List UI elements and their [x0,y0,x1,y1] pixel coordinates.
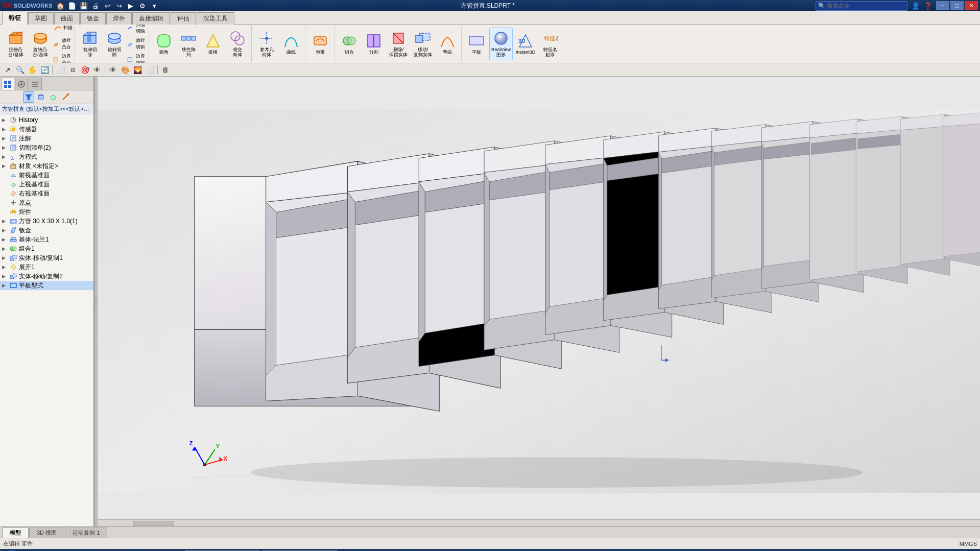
save-btn[interactable]: 💾 [79,1,89,11]
tree-item-sensor[interactable]: ▶ 传感器 [0,125,93,134]
sketch-icon[interactable] [60,91,71,103]
tab-motion1[interactable]: 运动算例 1 [65,528,107,538]
tab-3dview[interactable]: 3D 视图 [29,528,64,538]
zoom-to-fit-btn[interactable]: ↗ [2,64,13,76]
loft-cut-btn[interactable]: 放样切割 [127,36,147,52]
expand-sensor[interactable]: ▶ [2,127,9,132]
expand-combine[interactable]: ▶ [2,246,9,251]
view-display-btn[interactable]: 👁 [91,64,103,76]
expand-material[interactable]: ▶ [2,163,9,169]
tree-item-cutlist[interactable]: ▶ 切割清单(2) [0,143,93,152]
extrude-cut-btn[interactable]: 拉伸切除 [78,28,102,60]
loft-btn[interactable]: 放样凸台 [53,36,73,52]
panel-collapse-btn[interactable]: ◀ [93,292,94,312]
tab-feature[interactable]: 特征 [2,12,28,25]
tree-item-baseflange[interactable]: ▶ 基体-法兰1 [0,235,93,244]
tab-render[interactable]: 渲染工具 [197,12,234,25]
view-orient-btn[interactable]: 🎯 [79,64,90,76]
tab-surface[interactable]: 曲面 [54,12,80,25]
expand-baseflange[interactable]: ▶ [2,237,9,242]
rebuild-btn[interactable]: ▶ [126,1,136,11]
property-mgr-tab[interactable] [15,78,28,90]
tree-item-right-plane[interactable]: ▶ 右视基准面 [0,189,93,198]
curves-btn[interactable]: 曲线 [279,28,303,60]
intersect-btn[interactable]: 相交向体 [226,28,249,60]
tree-item-annotation[interactable]: ▶ 注解 [0,134,93,143]
viewport-scrollbar-h[interactable] [98,519,980,526]
reference-btn[interactable]: 参考几何体 [255,28,278,60]
expand-movecopy1[interactable]: ▶ [2,255,9,260]
zoom-btn[interactable]: 🔍 [14,64,26,76]
tree-item-weldment[interactable]: ▶ 焊件 [0,207,93,217]
tab-model[interactable]: 模型 [2,528,29,538]
tree-item-movecopy2[interactable]: ▶ 实体-移动/复制2 [0,272,93,281]
realview-btn[interactable]: RealView图形 [489,28,513,60]
split-btn[interactable]: 分割 [362,28,386,60]
print-btn[interactable]: 🖨 [90,1,101,11]
tree-item-top-plane[interactable]: ▶ 上视基准面 [0,180,93,189]
display-mode-btn[interactable]: 🖥 [160,64,171,76]
solid-bodies-icon[interactable] [35,91,46,103]
tab-sheetmetal[interactable]: 钣金 [80,12,106,25]
apply-scene-btn[interactable]: ⬜ [144,64,155,76]
expand-annotation[interactable]: ▶ [2,136,9,141]
expand-equation[interactable]: ▶ [2,154,9,159]
combine-btn[interactable]: 组合 [338,28,361,60]
new-btn[interactable]: 🏠 [55,1,65,11]
fillet-btn[interactable]: 圆角 [152,28,176,60]
pattern-linear-btn[interactable]: 线性阵列 [177,28,200,60]
tree-item-front-plane[interactable]: ▶ 前视基准面 [0,171,93,180]
expand-tube[interactable]: ▶ [2,219,9,224]
undo-btn[interactable]: ↩ [102,1,112,11]
hide-show-btn[interactable]: 👁 [107,64,118,76]
expand-history[interactable]: ▶ [2,117,9,123]
close-btn[interactable]: ✕ [965,1,978,10]
options-btn[interactable]: ⚙ [137,1,148,11]
search-input[interactable] [827,3,899,9]
expand-sheetmetal[interactable]: ▶ [2,228,9,233]
rotate-btn[interactable]: 🔄 [39,64,50,76]
tab-weldment[interactable]: 焊件 [106,12,132,25]
tree-item-flatpattern[interactable]: ▶ 平板型式 [0,281,93,290]
expand-movecopy2[interactable]: ▶ [2,274,9,279]
tab-sketch[interactable]: 草图 [28,12,54,25]
scene-btn[interactable]: 🌄 [132,64,143,76]
move-copy-btn[interactable]: 移动/复制实体 [411,28,435,60]
redo-btn[interactable]: ↪ [114,1,124,11]
minimize-btn[interactable]: − [936,1,949,10]
appearance-btn[interactable]: 🎨 [119,64,131,76]
tab-evaluate[interactable]: 评估 [171,12,196,25]
wrap-btn[interactable]: 包覆 [308,28,332,60]
help-icon[interactable]: ❓ [924,2,932,10]
expand-cutlist[interactable]: ▶ [2,145,9,150]
curve-btn[interactable]: 弯曲 [436,28,459,60]
draft-btn[interactable]: 拔模 [201,28,225,60]
pan-btn[interactable]: ✋ [27,64,38,76]
tree-item-tube[interactable]: ▶ 方管 30 X 30 X 1.0(1) [0,217,93,226]
std-views-btn[interactable]: ⬜ [55,64,66,76]
extrude-boss-btn[interactable]: 拉伸凸台/基体 [4,28,28,60]
boundary-cut-btn[interactable]: 边界切割 [127,52,147,64]
tree-item-combine[interactable]: ▶ 组合1 [0,244,93,253]
tab-direct-edit[interactable]: 直接编辑 [132,12,170,25]
sweep-btn[interactable]: 扫描 [53,25,73,36]
section-view-btn[interactable]: ⧈ [67,64,78,76]
feature-name-btn[interactable]: 特征名 特征名超添 [538,28,562,60]
flatbar-btn[interactable]: 平板 [465,28,488,60]
filter-icon[interactable] [23,91,34,103]
instant3d-btn[interactable]: 3D Instant3D [514,28,537,60]
feature-manager-tab[interactable] [1,78,14,90]
sweep-cut-btn[interactable]: 扫描切除 [127,25,147,36]
open-btn[interactable]: 📄 [67,1,77,11]
delete-solid-btn[interactable]: 删除/保留实体 [387,28,410,60]
expand-flatpattern[interactable]: ▶ [2,283,9,288]
tree-item-material[interactable]: ▶ 材质 <未指定> [0,161,93,171]
tree-item-history[interactable]: ▶ History [0,115,93,125]
restore-btn[interactable]: □ [950,1,964,10]
expand-unfold[interactable]: ▶ [2,265,9,270]
tree-item-sheetmetal[interactable]: ▶ 钣金 [0,226,93,235]
quick-access-dropdown[interactable]: ▾ [149,1,159,11]
tree-item-movecopy1[interactable]: ▶ 实体-移动/复制1 [0,253,93,262]
tree-item-origin[interactable]: ▶ 原点 [0,198,93,207]
surface-bodies-icon[interactable] [47,91,59,103]
